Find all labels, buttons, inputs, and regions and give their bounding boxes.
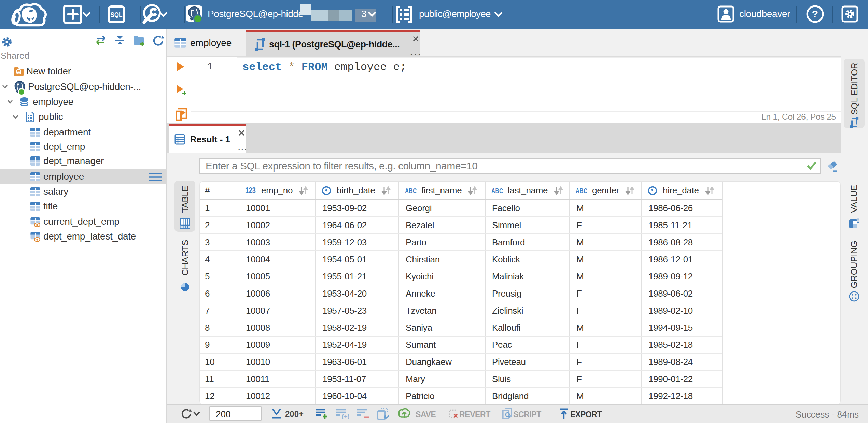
svg-text:?: ?: [812, 8, 818, 19]
svg-text:(+): (+): [342, 413, 349, 419]
svg-text:SQL: SQL: [111, 11, 123, 18]
